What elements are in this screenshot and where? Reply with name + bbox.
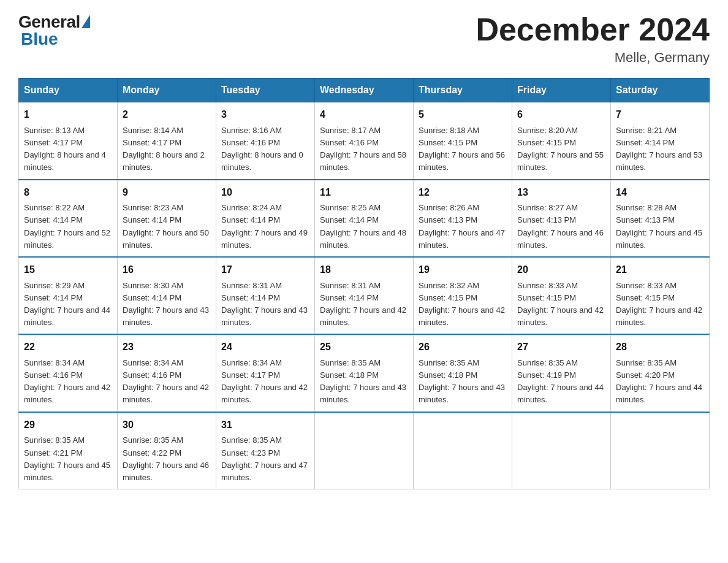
day-number: 7: [616, 107, 704, 123]
calendar-header: SundayMondayTuesdayWednesdayThursdayFrid…: [19, 79, 710, 102]
day-number: 13: [517, 185, 605, 201]
day-number: 9: [123, 185, 211, 201]
week-row-5: 29Sunrise: 8:35 AMSunset: 4:21 PMDayligh…: [19, 412, 710, 489]
week-row-3: 15Sunrise: 8:29 AMSunset: 4:14 PMDayligh…: [19, 257, 710, 334]
day-info: Sunrise: 8:32 AMSunset: 4:15 PMDaylight:…: [419, 281, 505, 327]
day-cell: 5Sunrise: 8:18 AMSunset: 4:15 PMDaylight…: [414, 102, 512, 180]
day-info: Sunrise: 8:21 AMSunset: 4:14 PMDaylight:…: [616, 126, 702, 172]
day-cell: 1Sunrise: 8:13 AMSunset: 4:17 PMDaylight…: [19, 102, 118, 180]
day-cell: [414, 412, 512, 489]
week-row-2: 8Sunrise: 8:22 AMSunset: 4:14 PMDaylight…: [19, 180, 710, 257]
day-info: Sunrise: 8:14 AMSunset: 4:17 PMDaylight:…: [123, 126, 205, 172]
day-number: 3: [221, 107, 309, 123]
logo-blue-text: Blue: [21, 29, 58, 49]
day-cell: 16Sunrise: 8:30 AMSunset: 4:14 PMDayligh…: [118, 257, 216, 334]
header-cell-monday: Monday: [118, 79, 216, 102]
day-info: Sunrise: 8:23 AMSunset: 4:14 PMDaylight:…: [123, 203, 209, 249]
day-cell: 20Sunrise: 8:33 AMSunset: 4:15 PMDayligh…: [512, 257, 611, 334]
day-cell: 31Sunrise: 8:35 AMSunset: 4:23 PMDayligh…: [216, 412, 315, 489]
day-cell: 9Sunrise: 8:23 AMSunset: 4:14 PMDaylight…: [118, 180, 216, 257]
title-block: December 2024 Melle, Germany: [476, 12, 710, 66]
day-info: Sunrise: 8:31 AMSunset: 4:14 PMDaylight:…: [320, 281, 406, 327]
day-number: 20: [517, 262, 605, 278]
day-cell: 12Sunrise: 8:26 AMSunset: 4:13 PMDayligh…: [414, 180, 512, 257]
day-cell: 26Sunrise: 8:35 AMSunset: 4:18 PMDayligh…: [414, 334, 512, 412]
day-cell: [512, 412, 611, 489]
day-number: 18: [320, 262, 408, 278]
day-cell: 24Sunrise: 8:34 AMSunset: 4:17 PMDayligh…: [216, 334, 315, 412]
day-cell: 4Sunrise: 8:17 AMSunset: 4:16 PMDaylight…: [315, 102, 414, 180]
day-info: Sunrise: 8:17 AMSunset: 4:16 PMDaylight:…: [320, 126, 406, 172]
day-cell: 10Sunrise: 8:24 AMSunset: 4:14 PMDayligh…: [216, 180, 315, 257]
day-number: 6: [517, 107, 605, 123]
day-cell: 22Sunrise: 8:34 AMSunset: 4:16 PMDayligh…: [19, 334, 118, 412]
day-info: Sunrise: 8:35 AMSunset: 4:23 PMDaylight:…: [221, 435, 308, 481]
day-number: 31: [221, 418, 309, 433]
day-number: 2: [123, 107, 211, 123]
day-cell: 21Sunrise: 8:33 AMSunset: 4:15 PMDayligh…: [611, 257, 710, 334]
day-info: Sunrise: 8:34 AMSunset: 4:16 PMDaylight:…: [123, 358, 209, 404]
day-info: Sunrise: 8:33 AMSunset: 4:15 PMDaylight:…: [517, 281, 604, 327]
day-number: 8: [24, 185, 112, 201]
header-cell-thursday: Thursday: [414, 79, 512, 102]
day-cell: 25Sunrise: 8:35 AMSunset: 4:18 PMDayligh…: [315, 334, 414, 412]
day-info: Sunrise: 8:34 AMSunset: 4:17 PMDaylight:…: [221, 358, 308, 404]
day-cell: [315, 412, 414, 489]
header-cell-tuesday: Tuesday: [216, 79, 315, 102]
day-number: 12: [419, 185, 507, 201]
day-number: 26: [419, 340, 507, 355]
logo-triangle-icon: [82, 15, 90, 28]
day-number: 1: [24, 107, 112, 123]
header-cell-friday: Friday: [512, 79, 611, 102]
day-info: Sunrise: 8:31 AMSunset: 4:14 PMDaylight:…: [221, 281, 308, 327]
day-number: 29: [24, 418, 112, 433]
calendar-table: SundayMondayTuesdayWednesdayThursdayFrid…: [18, 78, 710, 489]
day-cell: 2Sunrise: 8:14 AMSunset: 4:17 PMDaylight…: [118, 102, 216, 180]
day-cell: 6Sunrise: 8:20 AMSunset: 4:15 PMDaylight…: [512, 102, 611, 180]
day-number: 17: [221, 262, 309, 278]
day-info: Sunrise: 8:26 AMSunset: 4:13 PMDaylight:…: [419, 203, 505, 249]
header-row: SundayMondayTuesdayWednesdayThursdayFrid…: [19, 79, 710, 102]
day-number: 21: [616, 262, 704, 278]
day-cell: 29Sunrise: 8:35 AMSunset: 4:21 PMDayligh…: [19, 412, 118, 489]
day-cell: 7Sunrise: 8:21 AMSunset: 4:14 PMDaylight…: [611, 102, 710, 180]
day-number: 10: [221, 185, 309, 201]
day-cell: 13Sunrise: 8:27 AMSunset: 4:13 PMDayligh…: [512, 180, 611, 257]
day-info: Sunrise: 8:35 AMSunset: 4:21 PMDaylight:…: [24, 435, 110, 481]
day-number: 30: [123, 418, 211, 433]
day-number: 16: [123, 262, 211, 278]
day-info: Sunrise: 8:27 AMSunset: 4:13 PMDaylight:…: [517, 203, 604, 249]
week-row-1: 1Sunrise: 8:13 AMSunset: 4:17 PMDaylight…: [19, 102, 710, 180]
day-info: Sunrise: 8:34 AMSunset: 4:16 PMDaylight:…: [24, 358, 110, 404]
day-number: 27: [517, 340, 605, 355]
header-cell-sunday: Sunday: [19, 79, 118, 102]
day-cell: 15Sunrise: 8:29 AMSunset: 4:14 PMDayligh…: [19, 257, 118, 334]
day-info: Sunrise: 8:35 AMSunset: 4:18 PMDaylight:…: [320, 358, 406, 404]
location: Melle, Germany: [476, 50, 710, 66]
day-info: Sunrise: 8:16 AMSunset: 4:16 PMDaylight:…: [221, 126, 303, 172]
day-cell: 27Sunrise: 8:35 AMSunset: 4:19 PMDayligh…: [512, 334, 611, 412]
day-info: Sunrise: 8:30 AMSunset: 4:14 PMDaylight:…: [123, 281, 209, 327]
day-info: Sunrise: 8:20 AMSunset: 4:15 PMDaylight:…: [517, 126, 604, 172]
day-cell: 18Sunrise: 8:31 AMSunset: 4:14 PMDayligh…: [315, 257, 414, 334]
header-cell-saturday: Saturday: [611, 79, 710, 102]
day-info: Sunrise: 8:35 AMSunset: 4:22 PMDaylight:…: [123, 435, 209, 481]
day-number: 15: [24, 262, 112, 278]
day-info: Sunrise: 8:28 AMSunset: 4:13 PMDaylight:…: [616, 203, 702, 249]
day-cell: 28Sunrise: 8:35 AMSunset: 4:20 PMDayligh…: [611, 334, 710, 412]
day-number: 23: [123, 340, 211, 355]
day-info: Sunrise: 8:13 AMSunset: 4:17 PMDaylight:…: [24, 126, 106, 172]
header-cell-wednesday: Wednesday: [315, 79, 414, 102]
page-header: General Blue December 2024 Melle, German…: [18, 12, 710, 66]
day-cell: 14Sunrise: 8:28 AMSunset: 4:13 PMDayligh…: [611, 180, 710, 257]
day-info: Sunrise: 8:24 AMSunset: 4:14 PMDaylight:…: [221, 203, 308, 249]
day-cell: 30Sunrise: 8:35 AMSunset: 4:22 PMDayligh…: [118, 412, 216, 489]
logo: General Blue: [18, 12, 90, 49]
day-number: 4: [320, 107, 408, 123]
day-info: Sunrise: 8:29 AMSunset: 4:14 PMDaylight:…: [24, 281, 110, 327]
day-number: 28: [616, 340, 704, 355]
day-number: 14: [616, 185, 704, 201]
day-info: Sunrise: 8:22 AMSunset: 4:14 PMDaylight:…: [24, 203, 110, 249]
day-cell: 19Sunrise: 8:32 AMSunset: 4:15 PMDayligh…: [414, 257, 512, 334]
day-cell: 8Sunrise: 8:22 AMSunset: 4:14 PMDaylight…: [19, 180, 118, 257]
